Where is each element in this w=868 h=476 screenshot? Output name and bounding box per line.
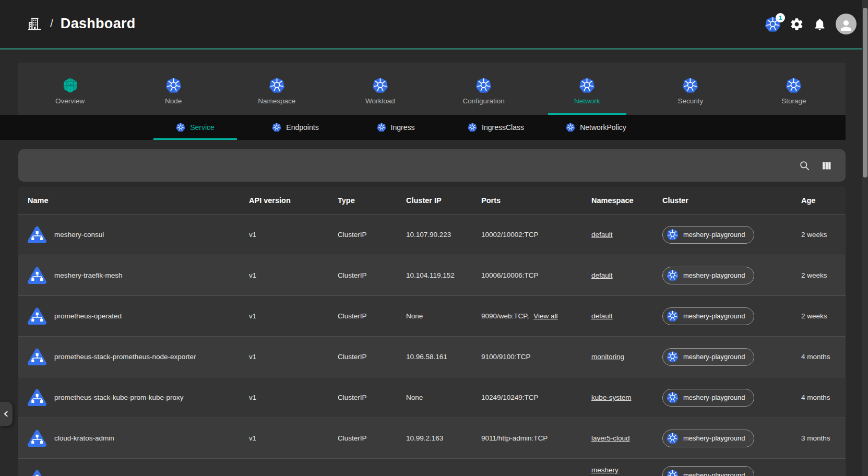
table-row[interactable]: prometheus-operated v1 ClusterIP None 90…: [18, 295, 846, 336]
kubernetes-icon: [272, 123, 281, 132]
kubernetes-icon: [667, 351, 679, 363]
kubernetes-icon: [786, 77, 802, 93]
subtab-ingressclass[interactable]: IngressClass: [446, 115, 546, 140]
view-all-ports-link[interactable]: View all: [533, 312, 557, 320]
service-icon: [27, 306, 47, 327]
age-value: 3 months: [801, 434, 846, 442]
ports-value: 10249/10249:TCP: [481, 394, 539, 401]
column-header-name[interactable]: Name: [18, 196, 249, 205]
ports-value: 10002/10002:TCP: [481, 231, 539, 239]
tab-overview[interactable]: Overview: [18, 63, 122, 115]
tab-workload[interactable]: Workload: [328, 63, 432, 115]
kubernetes-icon: [667, 310, 679, 322]
namespace-link[interactable]: default: [591, 271, 613, 279]
kubernetes-icon: [682, 77, 698, 93]
subtab-label: Service: [190, 123, 215, 132]
service-name: prometheus-operated: [54, 312, 122, 320]
cluster-chip[interactable]: meshery-playground: [662, 430, 754, 447]
user-avatar[interactable]: [836, 14, 857, 34]
api-version-value: v1: [249, 271, 338, 279]
search-icon[interactable]: [799, 160, 810, 171]
cluster-name: meshery-playground: [683, 434, 745, 442]
service-name: prometheus-stack-kube-prom-kube-proxy: [54, 394, 184, 401]
subtab-label: Endpoints: [286, 123, 318, 132]
column-header-age[interactable]: Age: [801, 196, 846, 205]
service-name: meshery-consul: [54, 231, 104, 239]
service-name: cloud-kratos-admin: [54, 434, 114, 442]
table-row[interactable]: meshery-consul v1 ClusterIP 10.107.90.22…: [18, 214, 846, 255]
age-value: 2 weeks: [801, 271, 846, 279]
breadcrumb-separator: /: [50, 17, 53, 30]
tab-namespace[interactable]: Namespace: [225, 63, 328, 115]
subtab-label: IngressClass: [482, 123, 524, 132]
scrollbar-thumb[interactable]: [863, 8, 867, 177]
view-columns-icon[interactable]: [821, 160, 832, 171]
table-row[interactable]: meshery meshery-playground: [18, 458, 846, 476]
tab-label: Network: [574, 97, 600, 105]
chevron-left-icon: [2, 410, 10, 418]
table-row[interactable]: prometheus-stack-prometheus-node-exporte…: [18, 336, 846, 377]
subtab-ingress[interactable]: Ingress: [346, 115, 446, 140]
tab-label: Security: [677, 97, 703, 105]
column-header-api-version[interactable]: API version: [249, 196, 338, 205]
tab-label: Overview: [55, 97, 85, 105]
meshery-dashboard-page: / Dashboard 1 Overview Node Namesp: [0, 0, 868, 476]
kubernetes-context-button[interactable]: 1: [765, 16, 781, 32]
sidebar-collapse-toggle[interactable]: [0, 402, 13, 426]
type-value: ClusterIP: [338, 312, 406, 320]
subtab-label: Ingress: [391, 123, 415, 132]
column-header-type[interactable]: Type: [338, 196, 406, 205]
column-header-namespace[interactable]: Namespace: [591, 196, 662, 205]
tab-node[interactable]: Node: [122, 63, 225, 115]
kubernetes-icon: [165, 77, 182, 93]
namespace-link[interactable]: meshery: [591, 466, 619, 474]
ports-value: 9090/web:TCP,: [481, 312, 529, 320]
tab-storage[interactable]: Storage: [742, 63, 846, 115]
page-title: Dashboard: [61, 16, 136, 32]
subtab-networkpolicy[interactable]: NetworkPolicy: [546, 115, 646, 140]
namespace-link[interactable]: kube-system: [591, 394, 632, 401]
column-header-cluster-ip[interactable]: Cluster IP: [406, 196, 481, 205]
person-icon: [838, 18, 854, 33]
tab-configuration[interactable]: Configuration: [432, 63, 536, 115]
cluster-chip[interactable]: meshery-playground: [662, 389, 754, 407]
table-header-row: Name API version Type Cluster IP Ports N…: [18, 187, 846, 214]
organization-building-icon[interactable]: [26, 15, 43, 32]
cluster-chip[interactable]: meshery-playground: [662, 307, 754, 325]
kubernetes-icon: [566, 123, 575, 132]
tab-security[interactable]: Security: [639, 63, 742, 115]
type-value: ClusterIP: [338, 434, 406, 442]
column-header-ports[interactable]: Ports: [481, 196, 591, 205]
cluster-chip[interactable]: meshery-playground: [662, 226, 754, 244]
namespace-link[interactable]: default: [591, 312, 613, 320]
type-value: ClusterIP: [338, 394, 406, 401]
column-header-cluster[interactable]: Cluster: [662, 196, 801, 205]
age-value: 4 months: [801, 353, 846, 361]
api-version-value: v1: [249, 394, 338, 401]
table-row[interactable]: meshery-traefik-mesh v1 ClusterIP 10.104…: [18, 255, 846, 295]
cluster-chip[interactable]: meshery-playground: [662, 466, 754, 476]
cluster-name: meshery-playground: [683, 231, 745, 239]
tab-network[interactable]: Network: [536, 63, 639, 115]
settings-gear-icon[interactable]: [790, 17, 804, 31]
cluster-ip-value: 10.96.58.161: [406, 353, 481, 361]
cluster-chip[interactable]: meshery-playground: [662, 267, 754, 284]
cluster-chip[interactable]: meshery-playground: [662, 348, 754, 366]
kubernetes-icon: [667, 229, 679, 241]
namespace-link[interactable]: default: [591, 231, 613, 239]
table-row[interactable]: prometheus-stack-kube-prom-kube-proxy v1…: [18, 377, 846, 418]
cluster-ip-value: 10.107.90.223: [406, 231, 481, 239]
service-icon: [27, 224, 47, 245]
kubernetes-icon: [667, 269, 679, 281]
table-row[interactable]: cloud-kratos-admin v1 ClusterIP 10.99.2.…: [18, 418, 846, 458]
api-version-value: v1: [249, 434, 338, 442]
namespace-link[interactable]: layer5-cloud: [591, 434, 630, 442]
subtab-endpoints[interactable]: Endpoints: [245, 115, 346, 140]
namespace-link[interactable]: monitoring: [591, 353, 624, 361]
ports-value: 10006/10006:TCP: [481, 271, 539, 279]
page-scrollbar[interactable]: [862, 0, 868, 476]
notifications-bell-icon[interactable]: [813, 17, 827, 31]
kubernetes-icon: [176, 123, 185, 132]
subtab-service[interactable]: Service: [145, 115, 245, 140]
cluster-name: meshery-playground: [683, 394, 745, 401]
